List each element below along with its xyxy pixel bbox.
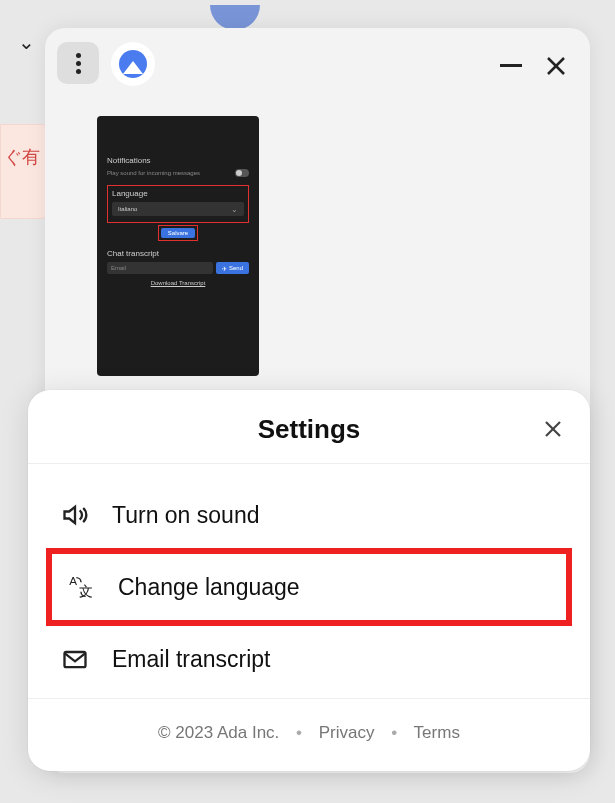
speaker-icon xyxy=(60,500,90,530)
settings-panel: Settings Turn on sound A xyxy=(28,390,590,771)
transcript-title: Chat transcript xyxy=(107,249,249,258)
chevron-down-icon: ⌄ xyxy=(18,30,35,54)
settings-item-email[interactable]: Email transcript xyxy=(54,626,564,692)
settings-body: Turn on sound A 文 Change language xyxy=(28,464,590,698)
chevron-down-icon: ⌄ xyxy=(231,205,238,214)
chat-header xyxy=(45,28,590,96)
settings-header: Settings xyxy=(28,390,590,464)
translate-icon: A 文 xyxy=(66,572,96,602)
email-input-mini: Email xyxy=(107,262,213,274)
settings-item-language[interactable]: A 文 Change language xyxy=(52,554,566,620)
language-highlight-box: Language Italiano ⌄ xyxy=(107,185,249,223)
sound-label: Play sound for incoming messages xyxy=(107,170,200,176)
svg-text:A: A xyxy=(69,574,77,587)
settings-close-button[interactable] xyxy=(538,414,568,444)
background-avatar-partial xyxy=(210,5,260,30)
sound-toggle xyxy=(235,169,249,177)
footer-copyright: © 2023 Ada Inc. xyxy=(158,723,279,742)
background-highlight-box xyxy=(0,124,46,219)
settings-item-label: Turn on sound xyxy=(112,502,259,529)
language-dropdown: Italiano ⌄ xyxy=(112,202,244,216)
save-button-mini: Salvare xyxy=(161,228,195,238)
footer-privacy-link[interactable]: Privacy xyxy=(319,723,375,742)
send-button-mini: ✈ Send xyxy=(216,262,249,274)
settings-item-label: Email transcript xyxy=(112,646,270,673)
close-icon xyxy=(543,419,563,439)
settings-item-label: Change language xyxy=(118,574,300,601)
app-logo xyxy=(111,42,155,86)
svg-marker-4 xyxy=(65,507,76,523)
embedded-screenshot: Notifications Play sound for incoming me… xyxy=(97,116,259,376)
settings-title: Settings xyxy=(56,414,562,445)
download-transcript-link: Download Transcript xyxy=(107,280,249,286)
language-selected: Italiano xyxy=(118,206,137,212)
separator-dot: • xyxy=(296,723,302,742)
background-text: ぐ有 xyxy=(4,145,40,169)
separator-dot: • xyxy=(391,723,397,742)
change-language-highlight: A 文 Change language xyxy=(46,548,572,626)
kebab-icon xyxy=(76,61,81,66)
language-title: Language xyxy=(112,189,244,198)
footer-terms-link[interactable]: Terms xyxy=(414,723,460,742)
menu-button[interactable] xyxy=(57,42,99,84)
settings-item-sound[interactable]: Turn on sound xyxy=(54,482,564,548)
mountain-icon xyxy=(119,50,147,78)
notifications-title: Notifications xyxy=(107,156,249,165)
minimize-button[interactable] xyxy=(500,64,522,67)
save-highlight-box: Salvare xyxy=(158,225,198,241)
settings-footer: © 2023 Ada Inc. • Privacy • Terms xyxy=(28,698,590,767)
send-icon: ✈ xyxy=(222,265,227,272)
close-button[interactable] xyxy=(542,52,570,80)
close-icon xyxy=(545,55,567,77)
envelope-icon xyxy=(60,644,90,674)
